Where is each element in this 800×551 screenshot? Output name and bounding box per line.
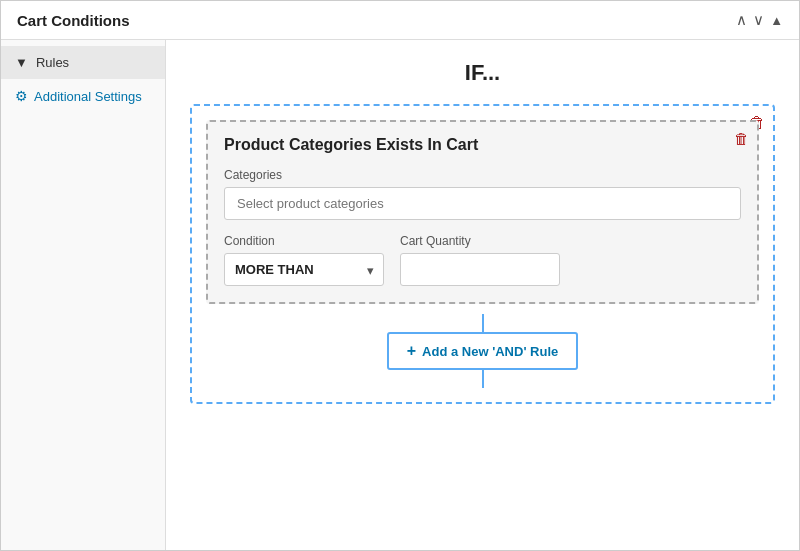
add-rule-area: + Add a New 'AND' Rule [206, 304, 759, 402]
plus-icon: + [407, 342, 416, 360]
sidebar-item-additional-settings[interactable]: ⚙ Additional Settings [1, 79, 165, 113]
connector-line-bottom [482, 370, 484, 388]
app-window: Cart Conditions ∧ ∨ ▲ ▼ Rules ⚙ Addition… [0, 0, 800, 551]
condition-select[interactable]: MORE THAN LESS THAN EQUAL TO AT LEAST AT… [224, 253, 384, 286]
cart-quantity-field-group: Cart Quantity [400, 234, 560, 286]
collapse-up-icon[interactable]: ∧ [736, 11, 747, 29]
add-and-rule-button[interactable]: + Add a New 'AND' Rule [387, 332, 579, 370]
cart-quantity-input[interactable] [400, 253, 560, 286]
condition-title: Product Categories Exists In Cart [224, 136, 741, 154]
title-bar: Cart Conditions ∧ ∨ ▲ [1, 1, 799, 40]
sidebar-item-rules[interactable]: ▼ Rules [1, 46, 165, 79]
filter-icon: ▼ [15, 55, 28, 70]
inner-delete-button[interactable]: 🗑 [734, 130, 749, 147]
cart-quantity-label: Cart Quantity [400, 234, 560, 248]
condition-select-wrapper: MORE THAN LESS THAN EQUAL TO AT LEAST AT… [224, 253, 384, 286]
row-fields: Condition MORE THAN LESS THAN EQUAL TO A… [224, 234, 741, 286]
additional-settings-label: Additional Settings [34, 89, 142, 104]
expand-icon[interactable]: ▲ [770, 13, 783, 28]
condition-label: Condition [224, 234, 384, 248]
main-content: IF... 🗑 🗑 Product Categories Exists In C… [166, 40, 799, 550]
connector-line-top [482, 314, 484, 332]
condition-field-group: Condition MORE THAN LESS THAN EQUAL TO A… [224, 234, 384, 286]
categories-label: Categories [224, 168, 741, 182]
content-area: ▼ Rules ⚙ Additional Settings IF... 🗑 🗑 … [1, 40, 799, 550]
if-label: IF... [190, 60, 775, 86]
gear-icon: ⚙ [15, 88, 28, 104]
collapse-down-icon[interactable]: ∨ [753, 11, 764, 29]
title-bar-controls: ∧ ∨ ▲ [736, 11, 783, 29]
sidebar-item-label: Rules [36, 55, 69, 70]
add-and-rule-label: Add a New 'AND' Rule [422, 344, 558, 359]
inner-condition-box: 🗑 Product Categories Exists In Cart Cate… [206, 120, 759, 304]
categories-input[interactable] [224, 187, 741, 220]
outer-condition-group: 🗑 🗑 Product Categories Exists In Cart Ca… [190, 104, 775, 404]
sidebar: ▼ Rules ⚙ Additional Settings [1, 40, 166, 550]
window-title: Cart Conditions [17, 12, 130, 29]
